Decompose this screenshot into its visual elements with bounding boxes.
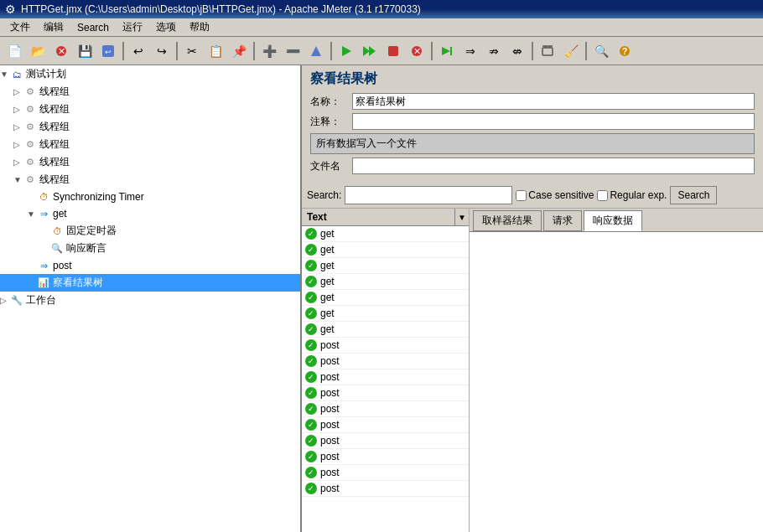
menu-run[interactable]: 运行: [116, 18, 149, 36]
tree-label: 线程组: [39, 102, 70, 116]
list-item[interactable]: ✓get: [302, 306, 469, 322]
svg-marker-11: [442, 47, 450, 55]
case-sensitive-checkbox[interactable]: [516, 190, 527, 201]
undo-button[interactable]: ↩: [127, 40, 149, 62]
file-row: 文件名: [310, 158, 755, 174]
app-icon: ⚙: [5, 3, 16, 16]
tree-item-result-tree[interactable]: 📊察看结果树: [0, 274, 300, 292]
list-item[interactable]: ✓post: [302, 481, 469, 497]
status-icon: ✓: [305, 451, 317, 462]
paste-button[interactable]: 📌: [228, 40, 250, 62]
remove-button[interactable]: ➖: [282, 40, 304, 62]
status-icon: ✓: [305, 387, 317, 399]
list-row-label: get: [320, 307, 335, 319]
clear-all-button[interactable]: 🧹: [560, 40, 582, 62]
tree-item-thread-group-2[interactable]: ▷⚙线程组: [0, 101, 300, 118]
main-layout: ▼🗂测试计划▷⚙线程组▷⚙线程组▷⚙线程组▷⚙线程组▷⚙线程组▼⚙线程组⏱Syn…: [0, 65, 763, 532]
search-button[interactable]: Search: [670, 186, 717, 204]
list-item[interactable]: ✓get: [302, 290, 469, 306]
tree-item-thread-group-3[interactable]: ▷⚙线程组: [0, 118, 300, 136]
list-item[interactable]: ✓post: [302, 354, 469, 369]
menu-file[interactable]: 文件: [3, 18, 37, 36]
status-icon: ✓: [305, 483, 317, 494]
run-button[interactable]: [335, 40, 357, 62]
tab-request[interactable]: 请求: [543, 210, 582, 231]
tree-item-thread-group-6[interactable]: ▼⚙线程组: [0, 171, 300, 189]
case-sensitive-label[interactable]: Case sensitive: [516, 189, 594, 201]
list-item[interactable]: ✓post: [302, 449, 469, 465]
tree-item-test-plan[interactable]: ▼🗂测试计划: [0, 65, 300, 83]
save-button[interactable]: 💾: [74, 40, 96, 62]
list-item[interactable]: ✓get: [302, 226, 469, 242]
tree-item-timer[interactable]: ⏱固定定时器: [0, 222, 300, 240]
list-row-label: get: [320, 276, 335, 287]
list-item[interactable]: ✓post: [302, 433, 469, 449]
list-item[interactable]: ✓get: [302, 258, 469, 274]
list-item[interactable]: ✓post: [302, 338, 469, 354]
tab-response-data[interactable]: 响应数据: [584, 210, 642, 231]
toggle-button[interactable]: [305, 40, 327, 62]
tree-item-workbench[interactable]: ▷🔧工作台: [0, 292, 300, 309]
tree-label: 测试计划: [26, 67, 66, 81]
remote-stop-button[interactable]: ⇏: [483, 40, 505, 62]
search-input[interactable]: [345, 186, 512, 204]
regex-checkbox[interactable]: [597, 190, 608, 201]
tree-icon-assert: 🔍: [50, 242, 64, 256]
content-pane: [470, 232, 763, 532]
cut-button[interactable]: ✂: [181, 40, 203, 62]
menu-search[interactable]: Search: [70, 20, 116, 35]
tree-item-assert[interactable]: 🔍响应断言: [0, 240, 300, 257]
name-input[interactable]: [352, 93, 755, 110]
open-button[interactable]: 📂: [27, 40, 49, 62]
tree-arrow: ▷: [13, 122, 23, 132]
list-item[interactable]: ✓post: [302, 465, 469, 481]
list-item[interactable]: ✓get: [302, 274, 469, 290]
sep1: [122, 42, 124, 60]
copy-button[interactable]: 📋: [205, 40, 226, 62]
search-toolbar-button[interactable]: 🔍: [590, 40, 612, 62]
clear-button[interactable]: [537, 40, 558, 62]
menu-options[interactable]: 选项: [149, 18, 183, 36]
name-label: 名称：: [310, 95, 352, 109]
new-button[interactable]: 📄: [3, 40, 25, 62]
close-button[interactable]: ✕: [50, 40, 72, 62]
comment-input[interactable]: [352, 113, 755, 130]
list-item[interactable]: ✓post: [302, 401, 469, 417]
run-all-button[interactable]: [359, 40, 381, 62]
file-input[interactable]: [352, 158, 755, 174]
tree-item-sync-timer[interactable]: ⏱Synchronizing Timer: [0, 189, 300, 205]
tree-label: get: [53, 208, 67, 220]
redo-button[interactable]: ↪: [151, 40, 173, 62]
tree-item-get-node[interactable]: ▼⇒get: [0, 205, 300, 222]
tree-item-thread-group-1[interactable]: ▷⚙线程组: [0, 83, 300, 101]
tree-icon-thread: ⚙: [23, 103, 37, 116]
tree-icon-workbench: 🔧: [10, 294, 23, 307]
tree-item-post-node[interactable]: ⇒post: [0, 257, 300, 274]
list-item[interactable]: ✓post: [302, 369, 469, 385]
list-row-label: post: [320, 419, 340, 431]
stop-now-button[interactable]: ✕: [406, 40, 428, 62]
stop-button[interactable]: [382, 40, 404, 62]
regex-label[interactable]: Regular exp.: [597, 189, 667, 201]
tree-item-thread-group-4[interactable]: ▷⚙线程组: [0, 136, 300, 153]
remote-stop-all-button[interactable]: ⇎: [506, 40, 528, 62]
comment-label: 注释：: [310, 115, 352, 129]
sep4: [330, 42, 332, 60]
panel-header: 察看结果树 名称： 注释： 所有数据写入一个文件 文件名: [302, 65, 763, 183]
list-item[interactable]: ✓post: [302, 417, 469, 433]
tree-item-thread-group-5[interactable]: ▷⚙线程组: [0, 153, 300, 171]
list-item[interactable]: ✓get: [302, 322, 469, 338]
list-item[interactable]: ✓get: [302, 242, 469, 258]
add-button[interactable]: ➕: [258, 40, 280, 62]
tab-sampler-result[interactable]: 取样器结果: [473, 210, 542, 231]
help-button[interactable]: ?: [614, 40, 636, 62]
revert-button[interactable]: ↩: [97, 40, 119, 62]
menu-help[interactable]: 帮助: [183, 18, 216, 36]
remote-run-button[interactable]: ⇒: [459, 40, 481, 62]
list-item[interactable]: ✓post: [302, 385, 469, 401]
remote-start-button[interactable]: [436, 40, 458, 62]
toolbar: 📄 📂 ✕ 💾 ↩ ↩ ↪ ✂ 📋 📌 ➕ ➖ ✕ ⇒ ⇏ ⇎ 🧹 🔍 ?: [0, 37, 763, 65]
menu-edit[interactable]: 编辑: [37, 18, 70, 36]
tree-arrow: ▷: [13, 105, 23, 114]
results-tabs: 取样器结果 请求 响应数据: [470, 209, 763, 232]
